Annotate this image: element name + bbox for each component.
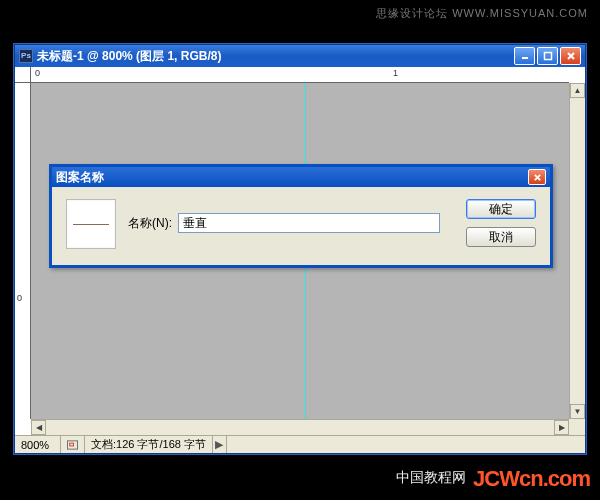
- app-icon: Ps: [19, 49, 33, 63]
- window-title: 未标题-1 @ 800% (图层 1, RGB/8): [37, 48, 514, 65]
- minimize-button[interactable]: [514, 47, 535, 65]
- scroll-up-icon[interactable]: ▲: [570, 83, 585, 98]
- name-row: 名称(N):: [128, 213, 440, 233]
- dialog-title: 图案名称: [56, 169, 528, 186]
- ruler-v-tick-0: 0: [17, 293, 22, 303]
- titlebar[interactable]: Ps 未标题-1 @ 800% (图层 1, RGB/8): [15, 45, 585, 67]
- watermark-bottom: 中国教程网 JCWcn.com: [396, 466, 590, 492]
- scrollbar-horizontal[interactable]: ◀ ▶: [31, 419, 569, 435]
- svg-rect-5: [70, 443, 74, 446]
- zoom-field[interactable]: 800%: [15, 436, 61, 453]
- dialog-body: 名称(N): 确定 取消: [52, 187, 550, 265]
- svg-rect-4: [67, 440, 77, 448]
- maximize-button[interactable]: [537, 47, 558, 65]
- pattern-preview: [66, 199, 116, 249]
- scroll-right-icon[interactable]: ▶: [554, 420, 569, 435]
- ruler-h-tick-0: 0: [35, 68, 40, 78]
- scroll-left-icon[interactable]: ◀: [31, 420, 46, 435]
- scroll-down-icon[interactable]: ▼: [570, 404, 585, 419]
- dialog-close-button[interactable]: [528, 169, 546, 185]
- docinfo-menu-icon[interactable]: ▶: [213, 436, 227, 453]
- window-controls: [514, 47, 581, 65]
- ruler-origin[interactable]: [15, 67, 31, 83]
- watermark-top: 思缘设计论坛 WWW.MISSYUAN.COM: [376, 6, 588, 21]
- watermark-cn: 中国教程网: [396, 469, 466, 485]
- dialog-titlebar[interactable]: 图案名称: [52, 167, 550, 187]
- pattern-name-dialog: 图案名称 名称(N): 确定 取消: [49, 164, 553, 268]
- dialog-buttons: 确定 取消: [466, 199, 536, 247]
- doc-info: 文档:126 字节/168 字节: [85, 436, 213, 453]
- ok-button[interactable]: 确定: [466, 199, 536, 219]
- name-label: 名称(N):: [128, 215, 172, 232]
- name-input[interactable]: [178, 213, 440, 233]
- cancel-button[interactable]: 取消: [466, 227, 536, 247]
- scrollbar-corner: [569, 419, 585, 435]
- ruler-horizontal[interactable]: 0 1: [31, 67, 569, 83]
- ruler-h-tick-1: 1: [393, 68, 398, 78]
- close-button[interactable]: [560, 47, 581, 65]
- ruler-vertical[interactable]: 0: [15, 83, 31, 419]
- statusbar: 800% 文档:126 字节/168 字节 ▶: [15, 435, 585, 453]
- svg-rect-1: [544, 53, 551, 60]
- navigator-icon[interactable]: [61, 436, 85, 453]
- scrollbar-vertical[interactable]: ▲ ▼: [569, 83, 585, 419]
- watermark-en: JCWcn.com: [473, 466, 590, 491]
